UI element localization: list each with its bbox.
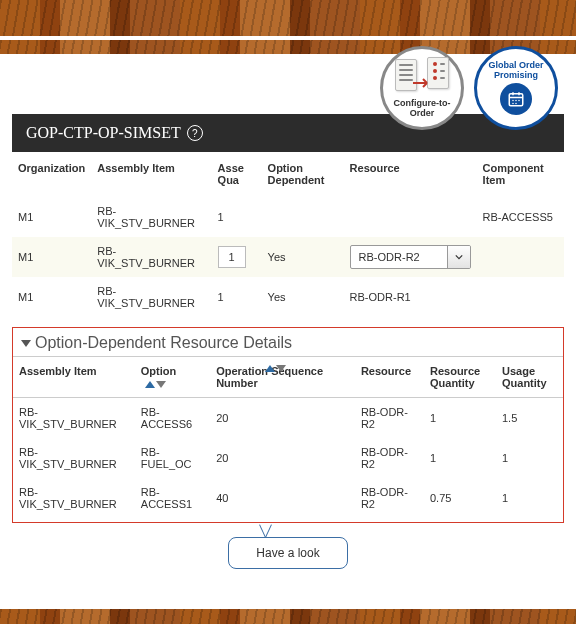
chevron-down-icon <box>447 246 470 268</box>
col-organization[interactable]: Organization <box>12 156 91 197</box>
svg-point-5 <box>515 100 517 102</box>
cell-resource <box>344 197 477 238</box>
dcol-res-qty[interactable]: Resource Quantity <box>424 357 496 398</box>
callout-annotation: Have a look <box>228 537 348 569</box>
dcell-assembly-item: RB-VIK_STV_BURNER <box>13 478 135 518</box>
decorative-band-bottom <box>0 609 576 624</box>
main-table-header-row: Organization Assembly Item Asse Qua Opti… <box>12 156 564 197</box>
sort-icon[interactable] <box>265 365 286 372</box>
col-component-item[interactable]: Component Item <box>477 156 564 197</box>
col-option-dependent[interactable]: Option Dependent <box>262 156 344 197</box>
dcol-option-text: Option <box>141 365 176 377</box>
sort-desc-icon <box>276 365 286 372</box>
cell-org: M1 <box>12 277 91 317</box>
cell-resource: RB-ODR-R1 <box>344 277 477 317</box>
col-resource[interactable]: Resource <box>344 156 477 197</box>
svg-point-4 <box>512 100 514 102</box>
dcell-usage-qty: 1 <box>496 478 563 518</box>
dcell-resource: RB-ODR-R2 <box>355 478 424 518</box>
sort-icon[interactable] <box>145 381 166 388</box>
collapse-icon <box>21 340 31 347</box>
dcell-op-seq: 40 <box>210 478 355 518</box>
cell-assembly-qty: 1 <box>212 197 262 238</box>
cell-assembly-qty: 1 <box>212 277 262 317</box>
dcell-resource: RB-ODR-R2 <box>355 398 424 439</box>
badge-label: Configure-to-Order <box>387 99 457 119</box>
details-title: Option-Dependent Resource Details <box>35 334 292 352</box>
resource-select[interactable]: RB-ODR-R2 <box>350 245 471 269</box>
dcol-option[interactable]: Option <box>135 357 210 398</box>
details-panel: Option-Dependent Resource Details Assemb… <box>12 327 564 523</box>
sort-asc-icon <box>145 381 155 388</box>
dcell-usage-qty: 1 <box>496 438 563 478</box>
cell-assembly-item: RB-VIK_STV_BURNER <box>91 277 211 317</box>
dcol-op-seq[interactable]: Operation Sequence Number <box>210 357 355 398</box>
cell-option-dep <box>262 197 344 238</box>
dcell-res-qty: 1 <box>424 438 496 478</box>
details-header[interactable]: Option-Dependent Resource Details <box>13 334 563 356</box>
callout-pointer-icon <box>258 524 272 538</box>
cell-org: M1 <box>12 237 91 277</box>
cell-option-dep: Yes <box>262 277 344 317</box>
qty-input[interactable]: 1 <box>218 246 246 268</box>
cell-assembly-item: RB-VIK_STV_BURNER <box>91 197 211 238</box>
cell-component-item <box>477 277 564 317</box>
dcell-res-qty: 1 <box>424 398 496 439</box>
select-value: RB-ODR-R2 <box>351 246 447 268</box>
dcol-resource[interactable]: Resource <box>355 357 424 398</box>
dcell-option: RB-FUEL_OC <box>135 438 210 478</box>
badge-label: Global Order Promising <box>481 61 551 81</box>
dcell-op-seq: 20 <box>210 398 355 439</box>
dcell-option: RB-ACCESS6 <box>135 398 210 439</box>
dcol-assembly-item[interactable]: Assembly Item <box>13 357 135 398</box>
svg-point-6 <box>518 100 520 102</box>
main-panel: GOP-CTP-OP-SIMSET ? Organization Assembl… <box>12 114 564 569</box>
clipboard-transfer-icon <box>395 57 449 97</box>
details-row[interactable]: RB-VIK_STV_BURNER RB-ACCESS1 40 RB-ODR-R… <box>13 478 563 518</box>
badge-row: Configure-to-Order Global Order Promisin… <box>380 46 558 130</box>
table-row[interactable]: M1 RB-VIK_STV_BURNER 1 Yes RB-ODR-R1 <box>12 277 564 317</box>
col-assembly-qty[interactable]: Asse Qua <box>212 156 262 197</box>
col-assembly-item[interactable]: Assembly Item <box>91 156 211 197</box>
panel-title: GOP-CTP-OP-SIMSET <box>26 124 181 142</box>
details-header-row: Assembly Item Option Operation Sequence … <box>13 357 563 398</box>
cell-component-item <box>477 237 564 277</box>
sort-asc-icon <box>265 365 275 372</box>
dcell-assembly-item: RB-VIK_STV_BURNER <box>13 438 135 478</box>
cell-option-dep: Yes <box>262 237 344 277</box>
dcell-res-qty: 0.75 <box>424 478 496 518</box>
details-row[interactable]: RB-VIK_STV_BURNER RB-FUEL_OC 20 RB-ODR-R… <box>13 438 563 478</box>
badge-global-order-promising[interactable]: Global Order Promising <box>474 46 558 130</box>
details-row[interactable]: RB-VIK_STV_BURNER RB-ACCESS6 20 RB-ODR-R… <box>13 398 563 439</box>
cell-org: M1 <box>12 197 91 238</box>
dcell-assembly-item: RB-VIK_STV_BURNER <box>13 398 135 439</box>
cell-assembly-qty: 1 <box>212 237 262 277</box>
cell-assembly-item: RB-VIK_STV_BURNER <box>91 237 211 277</box>
dcol-usage-qty[interactable]: Usage Quantity <box>496 357 563 398</box>
callout-text: Have a look <box>228 537 348 569</box>
dcell-usage-qty: 1.5 <box>496 398 563 439</box>
svg-point-8 <box>515 103 517 105</box>
calendar-icon <box>500 83 532 115</box>
sort-desc-icon <box>156 381 166 388</box>
svg-point-7 <box>512 103 514 105</box>
main-table: Organization Assembly Item Asse Qua Opti… <box>12 156 564 317</box>
dcell-option: RB-ACCESS1 <box>135 478 210 518</box>
dcell-op-seq: 20 <box>210 438 355 478</box>
details-table: Assembly Item Option Operation Sequence … <box>13 356 563 518</box>
cell-component-item: RB-ACCESS5 <box>477 197 564 238</box>
help-icon[interactable]: ? <box>187 125 203 141</box>
cell-resource: RB-ODR-R2 <box>344 237 477 277</box>
table-row[interactable]: M1 RB-VIK_STV_BURNER 1 RB-ACCESS5 <box>12 197 564 238</box>
decorative-band-top <box>0 0 576 38</box>
table-row[interactable]: M1 RB-VIK_STV_BURNER 1 Yes RB-ODR-R2 <box>12 237 564 277</box>
dcell-resource: RB-ODR-R2 <box>355 438 424 478</box>
badge-configure-to-order[interactable]: Configure-to-Order <box>380 46 464 130</box>
